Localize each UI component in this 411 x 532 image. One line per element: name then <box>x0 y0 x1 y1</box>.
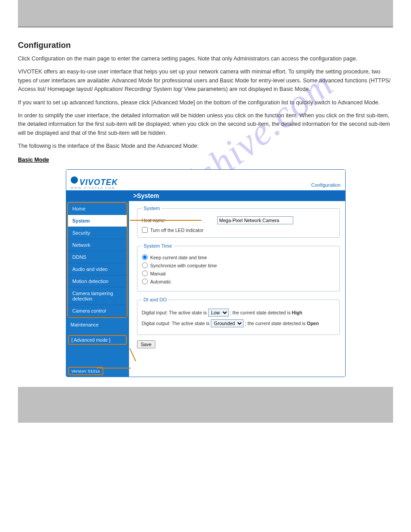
modes-text: VIVOTEK offers an easy-to-use user inter… <box>18 68 393 94</box>
logo-icon <box>71 176 78 184</box>
page-footer-bar <box>18 387 393 423</box>
system-fieldset: System Host name: Turn off the LED indic… <box>137 206 340 238</box>
do-select[interactable]: Grounded <box>211 319 244 327</box>
nav-maintenance[interactable]: Maintenance <box>66 319 128 330</box>
page-title: Configuration <box>18 41 393 50</box>
di-select[interactable]: Low <box>208 309 229 317</box>
radio-keep[interactable] <box>142 254 148 260</box>
basic-mode-heading: Basic Mode <box>18 157 393 163</box>
radio-auto-label: Automatic <box>150 279 171 284</box>
brand-text: VIVOTEK <box>80 178 118 187</box>
save-button[interactable]: Save <box>137 340 156 348</box>
firmware-version: Version: 0101a <box>68 367 103 375</box>
time-legend: System Time <box>142 243 174 249</box>
dio-fieldset: DI and DO Digital input: The active stat… <box>137 297 340 335</box>
header-rule <box>18 27 393 27</box>
advanced-mode-toggle[interactable]: [ Advanced mode ] <box>68 335 127 345</box>
nav-home[interactable]: Home <box>68 203 127 215</box>
nav-audio-video[interactable]: Audio and video <box>68 263 127 275</box>
section-title-bar: >System <box>66 190 345 201</box>
radio-keep-label: Keep current date and time <box>150 255 207 260</box>
led-checkbox[interactable] <box>142 227 148 233</box>
nav-camera-control[interactable]: Camera control <box>68 305 127 317</box>
dio-legend: DI and DO <box>142 297 169 302</box>
di-post: ; the current state detected is <box>230 310 290 315</box>
nav-network[interactable]: Network <box>68 239 127 251</box>
radio-sync-label: Synchronize with computer time <box>150 263 217 268</box>
radio-auto[interactable] <box>142 279 148 284</box>
nav-tampering[interactable]: Camera tampering detection <box>68 287 127 305</box>
configuration-link[interactable]: Configuration <box>311 182 340 189</box>
content-panel: System Host name: Turn off the LED indic… <box>129 201 345 377</box>
brand-subtext: WWW.VIVOTEK.COM <box>71 186 118 189</box>
radio-manual-label: Manual <box>150 271 166 276</box>
following-text: The following is the interface of the Ba… <box>18 142 393 150</box>
config-screenshot: VIVOTEK WWW.VIVOTEK.COM Configuration >S… <box>66 169 346 377</box>
led-label: Turn off the LED indicator <box>150 227 204 233</box>
do-post: ; the current state detected is <box>245 321 305 326</box>
nav-motion[interactable]: Motion detection <box>68 275 127 287</box>
sidebar: Home System Security Network DDNS Audio … <box>66 201 129 377</box>
radio-manual[interactable] <box>142 270 148 276</box>
time-fieldset: System Time Keep current date and time S… <box>137 243 340 292</box>
switch-text: If you want to set up advanced functions… <box>18 99 393 107</box>
nav-group-highlight: Home System Security Network DDNS Audio … <box>67 202 128 318</box>
host-name-label: Host name: <box>142 218 214 223</box>
nav-system[interactable]: System <box>68 215 127 227</box>
system-legend: System <box>142 206 162 211</box>
di-state: High <box>292 310 302 315</box>
remember-text: In order to simplify the user interface,… <box>18 112 393 137</box>
page-header-bar <box>18 0 393 27</box>
host-name-input[interactable] <box>217 216 293 224</box>
do-state: Open <box>307 321 319 326</box>
nav-ddns[interactable]: DDNS <box>68 251 127 263</box>
intro-text: Click Configuration on the main page to … <box>18 55 393 63</box>
di-pre: Digital input: The active state is <box>142 310 207 315</box>
do-pre: Digital output: The active state is <box>142 321 210 326</box>
nav-security[interactable]: Security <box>68 227 127 239</box>
brand-logo: VIVOTEK <box>71 178 118 187</box>
radio-sync[interactable] <box>142 262 148 268</box>
